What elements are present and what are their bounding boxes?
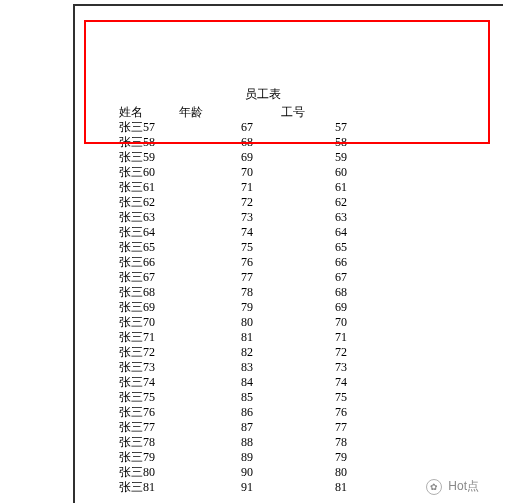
cell-name: 张三65 xyxy=(119,240,179,255)
table-row: 张三647464 xyxy=(119,225,347,240)
cell-name: 张三80 xyxy=(119,465,179,480)
cell-age: 82 xyxy=(179,345,281,360)
cell-name: 张三66 xyxy=(119,255,179,270)
cell-name: 张三63 xyxy=(119,210,179,225)
cell-emp-no: 70 xyxy=(281,315,347,330)
cell-emp-no: 58 xyxy=(281,135,347,150)
wechat-icon: ✿ xyxy=(426,479,442,495)
cell-age: 76 xyxy=(179,255,281,270)
cell-age: 78 xyxy=(179,285,281,300)
cell-emp-no: 72 xyxy=(281,345,347,360)
cell-emp-no: 79 xyxy=(281,450,347,465)
cell-name: 张三67 xyxy=(119,270,179,285)
table-row: 张三758575 xyxy=(119,390,347,405)
cell-name: 张三72 xyxy=(119,345,179,360)
cell-name: 张三62 xyxy=(119,195,179,210)
cell-name: 张三77 xyxy=(119,420,179,435)
cell-age: 77 xyxy=(179,270,281,285)
cell-age: 80 xyxy=(179,315,281,330)
table-row: 张三677767 xyxy=(119,270,347,285)
print-page: 员工表 姓名 年龄 工号 张三576757张三586858张三596959张三6… xyxy=(73,4,503,503)
cell-age: 81 xyxy=(179,330,281,345)
table-row: 张三667666 xyxy=(119,255,347,270)
table-row: 张三627262 xyxy=(119,195,347,210)
cell-name: 张三69 xyxy=(119,300,179,315)
cell-emp-no: 64 xyxy=(281,225,347,240)
table-row: 张三687868 xyxy=(119,285,347,300)
table-row: 张三617161 xyxy=(119,180,347,195)
watermark-label: Hot点 xyxy=(448,478,479,495)
table-row: 张三596959 xyxy=(119,150,347,165)
table-row: 张三637363 xyxy=(119,210,347,225)
cell-emp-no: 73 xyxy=(281,360,347,375)
table-row: 张三607060 xyxy=(119,165,347,180)
cell-age: 68 xyxy=(179,135,281,150)
cell-name: 张三58 xyxy=(119,135,179,150)
cell-emp-no: 71 xyxy=(281,330,347,345)
cell-age: 72 xyxy=(179,195,281,210)
table-row: 张三708070 xyxy=(119,315,347,330)
cell-emp-no: 75 xyxy=(281,390,347,405)
cell-name: 张三74 xyxy=(119,375,179,390)
cell-name: 张三59 xyxy=(119,150,179,165)
col-header-age: 年龄 xyxy=(179,105,281,120)
cell-name: 张三78 xyxy=(119,435,179,450)
table-row: 张三809080 xyxy=(119,465,347,480)
cell-emp-no: 66 xyxy=(281,255,347,270)
cell-age: 83 xyxy=(179,360,281,375)
table-header-row: 姓名 年龄 工号 xyxy=(119,105,347,120)
cell-age: 67 xyxy=(179,120,281,135)
table-row: 张三788878 xyxy=(119,435,347,450)
cell-age: 87 xyxy=(179,420,281,435)
employee-table: 姓名 年龄 工号 张三576757张三586858张三596959张三60706… xyxy=(119,105,347,495)
cell-emp-no: 60 xyxy=(281,165,347,180)
table-row: 张三798979 xyxy=(119,450,347,465)
cell-name: 张三61 xyxy=(119,180,179,195)
cell-age: 75 xyxy=(179,240,281,255)
cell-name: 张三81 xyxy=(119,480,179,495)
cell-emp-no: 62 xyxy=(281,195,347,210)
cell-age: 85 xyxy=(179,390,281,405)
cell-emp-no: 78 xyxy=(281,435,347,450)
cell-age: 69 xyxy=(179,150,281,165)
cell-age: 91 xyxy=(179,480,281,495)
cell-emp-no: 59 xyxy=(281,150,347,165)
cell-age: 79 xyxy=(179,300,281,315)
cell-name: 张三60 xyxy=(119,165,179,180)
cell-emp-no: 77 xyxy=(281,420,347,435)
cell-emp-no: 63 xyxy=(281,210,347,225)
cell-emp-no: 68 xyxy=(281,285,347,300)
table-row: 张三778777 xyxy=(119,420,347,435)
table-row: 张三768676 xyxy=(119,405,347,420)
cell-emp-no: 57 xyxy=(281,120,347,135)
cell-name: 张三64 xyxy=(119,225,179,240)
cell-age: 84 xyxy=(179,375,281,390)
watermark: ✿ Hot点 xyxy=(426,478,479,495)
cell-name: 张三71 xyxy=(119,330,179,345)
cell-age: 73 xyxy=(179,210,281,225)
cell-age: 74 xyxy=(179,225,281,240)
cell-name: 张三76 xyxy=(119,405,179,420)
cell-emp-no: 61 xyxy=(281,180,347,195)
cell-name: 张三75 xyxy=(119,390,179,405)
col-header-emp-no: 工号 xyxy=(281,105,347,120)
table-row: 张三728272 xyxy=(119,345,347,360)
table-row: 张三586858 xyxy=(119,135,347,150)
cell-emp-no: 67 xyxy=(281,270,347,285)
cell-emp-no: 80 xyxy=(281,465,347,480)
cell-name: 张三57 xyxy=(119,120,179,135)
cell-name: 张三68 xyxy=(119,285,179,300)
table-row: 张三748474 xyxy=(119,375,347,390)
table-row: 张三657565 xyxy=(119,240,347,255)
col-header-name: 姓名 xyxy=(119,105,179,120)
table-row: 张三718171 xyxy=(119,330,347,345)
report-title: 员工表 xyxy=(245,86,281,103)
cell-name: 张三79 xyxy=(119,450,179,465)
table-row: 张三819181 xyxy=(119,480,347,495)
cell-emp-no: 69 xyxy=(281,300,347,315)
table-row: 张三576757 xyxy=(119,120,347,135)
cell-age: 88 xyxy=(179,435,281,450)
cell-emp-no: 74 xyxy=(281,375,347,390)
cell-age: 89 xyxy=(179,450,281,465)
cell-age: 70 xyxy=(179,165,281,180)
